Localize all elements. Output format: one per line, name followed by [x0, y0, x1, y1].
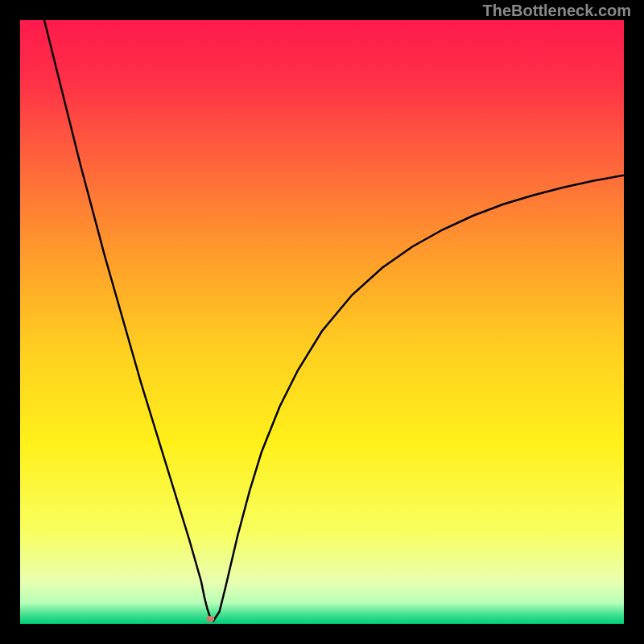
optimum-marker	[206, 616, 214, 622]
bottleneck-plot	[20, 20, 624, 624]
watermark-text: TheBottleneck.com	[483, 2, 631, 20]
gradient-background	[20, 20, 624, 624]
chart-container: TheBottleneck.com	[0, 0, 644, 644]
